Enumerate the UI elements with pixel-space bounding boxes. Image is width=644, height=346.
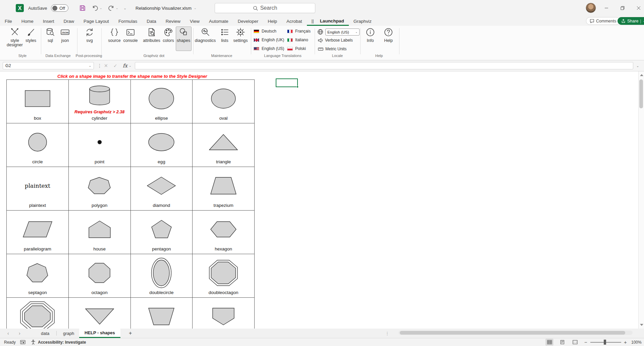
sheet-tab-graph[interactable]: graph [58, 329, 79, 338]
tab-launchpad[interactable]: Launchpad [315, 17, 349, 25]
tab-automate[interactable]: Automate [204, 17, 233, 26]
name-box-chevron[interactable]: ⌄ [89, 64, 91, 67]
diagnostics-button[interactable]: diagnostics [195, 27, 216, 43]
shape-cell-tripleoctagon[interactable]: tripleoctagon [7, 298, 69, 329]
shape-cell-house[interactable]: house [69, 211, 131, 254]
selected-cell-g2[interactable] [276, 78, 298, 87]
shape-cell-septagon[interactable]: septagon [7, 254, 69, 298]
shape-cell-octagon[interactable]: octagon [69, 254, 131, 298]
undo-button[interactable]: ⌄ [92, 0, 102, 16]
autosave-toggle[interactable]: Off [51, 0, 68, 16]
vertical-scroll-thumb[interactable] [639, 79, 643, 108]
horizontal-scrollbar[interactable] [398, 331, 633, 335]
shape-cell-point[interactable]: point [69, 123, 131, 167]
zoom-in-button[interactable]: + [624, 338, 627, 346]
shape-cell-doublecircle[interactable]: doublecircle [131, 254, 193, 298]
expand-formula-bar-chevron[interactable]: ⌄ [636, 62, 639, 69]
shape-cell-invtriangle[interactable]: invtriangle [69, 298, 131, 329]
zoom-level[interactable]: 100% [631, 338, 642, 346]
tab-draw[interactable]: Draw [59, 17, 79, 26]
comments-button[interactable]: Comments [586, 17, 620, 25]
language-italiano[interactable]: Italiano [287, 38, 308, 42]
zoom-out-button[interactable]: − [584, 338, 587, 346]
close-button[interactable] [631, 0, 644, 16]
help-button[interactable]: Help [378, 27, 399, 43]
shape-cell-pentagon[interactable]: pentagon [131, 211, 193, 254]
minimize-button[interactable] [599, 0, 614, 16]
tab-developer[interactable]: Developer [233, 17, 263, 26]
locale-language-select[interactable]: English (US) ⌄ [325, 28, 360, 36]
shape-cell-triangle[interactable]: triangle [193, 123, 255, 167]
document-title[interactable]: Relationship Visualizer.xlsm ⌄ [136, 0, 197, 16]
verbose-labels-toggle[interactable]: Verbose Labels [318, 38, 353, 43]
search-box[interactable]: Search [215, 3, 315, 13]
filename-chevron[interactable]: ⌄ [194, 6, 197, 10]
tab-data[interactable]: Data [142, 17, 161, 26]
language-english-us[interactable]: English (US) [254, 46, 284, 51]
user-avatar[interactable] [586, 3, 596, 13]
shape-cell-trapezium[interactable]: trapezium [193, 167, 255, 211]
enter-icon[interactable]: ✓ [113, 62, 117, 69]
horizontal-scroll-thumb[interactable] [400, 331, 625, 335]
metric-units-toggle[interactable]: Metric Units [318, 47, 346, 51]
cancel-icon[interactable]: ✕ [104, 62, 108, 69]
tab-formulas[interactable]: Formulas [114, 17, 142, 26]
tab-home[interactable]: Home [17, 17, 38, 26]
console-button[interactable]: console [120, 27, 141, 43]
svg-button[interactable]: svg [79, 27, 100, 43]
tab-file[interactable]: File [0, 17, 17, 26]
redo-chevron[interactable]: ⌄ [116, 6, 118, 10]
insert-function-button[interactable]: fx⌄ [123, 62, 131, 69]
save-button[interactable] [79, 0, 86, 16]
sheet-tab-data[interactable]: data [36, 329, 55, 338]
quick-access-more-button[interactable]: ⌄ [123, 0, 126, 16]
vertical-scrollbar[interactable] [638, 71, 644, 329]
language-francais[interactable]: Français [287, 29, 311, 34]
macro-record-button[interactable] [20, 338, 25, 346]
shape-cell-plaintext[interactable]: plaintext plaintext [7, 167, 69, 211]
accessibility-status[interactable]: Accessibility: Investigate [31, 338, 86, 346]
language-deutsch[interactable]: Deutsch [254, 29, 276, 34]
restore-button[interactable] [615, 0, 630, 16]
shape-cell-oval[interactable]: oval [193, 80, 255, 123]
formula-input[interactable] [135, 62, 633, 69]
shape-cell-polygon[interactable]: polygon [69, 167, 131, 211]
tab-review[interactable]: Review [161, 17, 185, 26]
tab-acrobat[interactable]: Acrobat [282, 17, 307, 26]
page-break-view-button[interactable] [571, 339, 579, 346]
shape-cell-hexagon[interactable]: hexagon [193, 211, 255, 254]
add-sheet-button[interactable]: + [123, 329, 137, 338]
shape-cell-egg[interactable]: egg [131, 123, 193, 167]
scroll-up-arrow[interactable] [640, 74, 643, 76]
tab-insert[interactable]: Insert [38, 17, 59, 26]
shape-cell-box[interactable]: box [7, 80, 69, 123]
tab-view[interactable]: View [185, 17, 204, 26]
language-english-uk[interactable]: English (UK) [254, 38, 284, 42]
share-button[interactable]: Share |⌄ [618, 17, 644, 25]
shape-cell-circle[interactable]: circle [7, 123, 69, 167]
shapes-button[interactable]: shapes [173, 27, 194, 43]
excel-app-icon[interactable]: X [15, 0, 24, 16]
fill-handle[interactable] [297, 86, 299, 88]
page-layout-view-button[interactable] [558, 339, 566, 346]
scroll-down-arrow[interactable] [640, 324, 643, 326]
zoom-slider-thumb[interactable] [604, 340, 606, 345]
normal-view-button[interactable] [545, 339, 553, 346]
name-box[interactable]: G2 ⌄ [3, 62, 94, 69]
settings-button[interactable]: settings [230, 27, 251, 43]
shape-cell-cylinder[interactable]: Requires Graphviz > 2.38 cylinder [69, 80, 131, 123]
sheet-nav-next[interactable]: › [19, 329, 20, 338]
tab-strip-grip[interactable]: ⋮ [385, 329, 389, 338]
sheet-tab-help-shapes[interactable]: HELP - shapes [79, 329, 120, 338]
shape-cell-ellipse[interactable]: ellipse [131, 80, 193, 123]
shape-cell-diamond[interactable]: diamond [131, 167, 193, 211]
formula-bar-grip[interactable]: ⋮ [97, 62, 102, 69]
shape-cell-doubleoctagon[interactable]: doubleoctagon [193, 254, 255, 298]
json-button[interactable]: JSON json [54, 27, 76, 43]
tab-graphviz[interactable]: Graphviz [349, 17, 376, 26]
sheet-nav-prev[interactable]: ‹ [7, 329, 9, 338]
shape-cell-parallelogram[interactable]: parallelogram [7, 211, 69, 254]
styles-button[interactable]: styles [20, 27, 42, 43]
shape-cell-invhouse[interactable]: invhouse [193, 298, 255, 329]
worksheet[interactable]: Click on a shape image to transfer the s… [0, 71, 638, 329]
